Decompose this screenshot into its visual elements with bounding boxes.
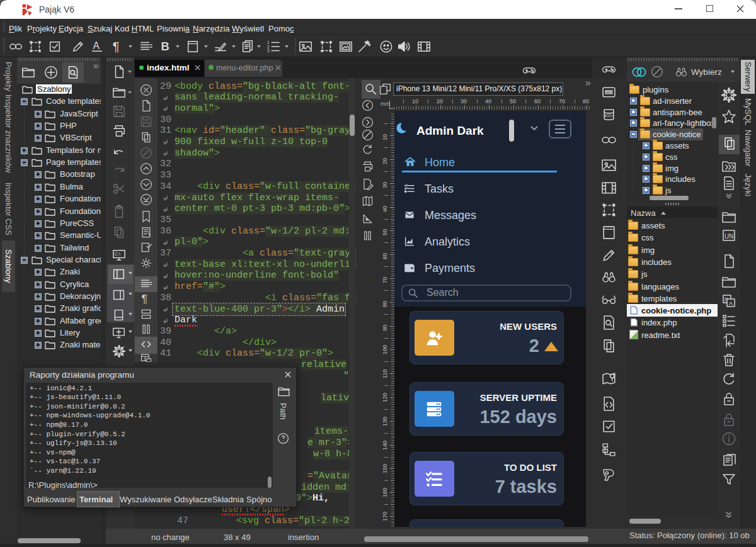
svg-text:C:\: C:\ [115,251,121,257]
svg-text:B: B [161,40,169,53]
svg-text:¶: ¶ [113,40,120,54]
svg-text:UN: UN [724,233,733,240]
svg-text:3: 3 [267,48,270,53]
svg-text:A: A [729,300,733,307]
svg-text:META: META [605,91,614,94]
svg-text:¶: ¶ [142,292,148,305]
svg-text:A: A [93,40,100,51]
svg-text:BODY: BODY [605,115,614,118]
